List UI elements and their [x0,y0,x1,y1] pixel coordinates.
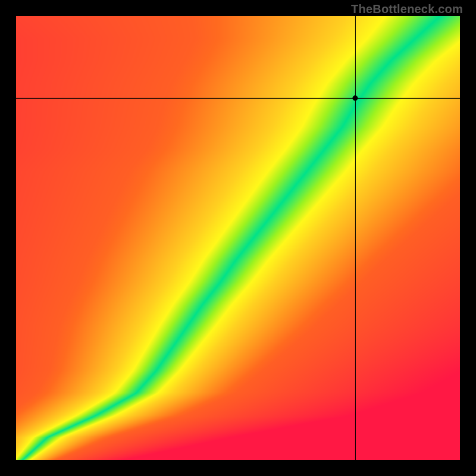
watermark-text: TheBottleneck.com [351,2,463,16]
bottleneck-heatmap [16,16,460,460]
